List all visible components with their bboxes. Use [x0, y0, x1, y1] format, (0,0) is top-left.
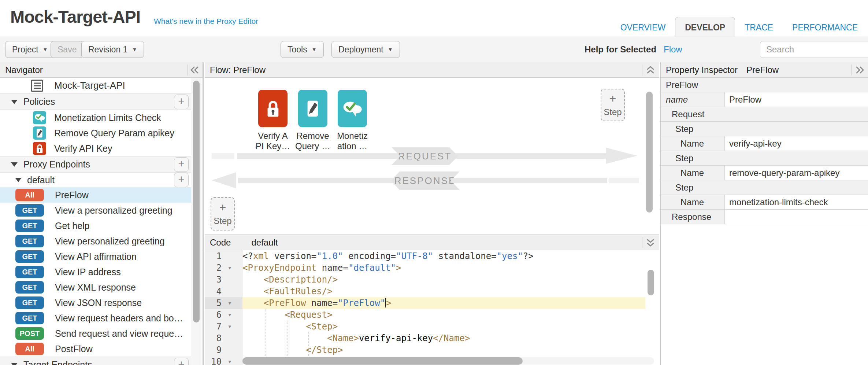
navigator-panel: Navigator Mock-Target-APIPolicies+ Monet… [0, 62, 204, 365]
flow-scrollbar-thumb[interactable] [646, 92, 653, 213]
flow-item[interactable]: AllPostFlow [0, 341, 192, 357]
triangle-down-icon[interactable] [11, 162, 18, 167]
lock-icon [33, 142, 46, 155]
fold-toggle-icon[interactable]: ▾ [228, 356, 231, 365]
gutter-cell[interactable]: 3 [205, 274, 242, 285]
gutter-cell[interactable]: 10▾ [205, 356, 242, 365]
flow-policy-pencil-icon[interactable] [298, 90, 327, 127]
section-header-target-endpoints[interactable]: Target Endpoints+ [0, 357, 192, 365]
policy-item[interactable]: Monetization Limits Check [0, 110, 192, 125]
code-line[interactable]: </Step> [242, 344, 645, 356]
flow-item[interactable]: GETGet help [0, 218, 192, 233]
add-button[interactable]: + [174, 157, 189, 172]
method-badge: All [15, 189, 44, 201]
code-line[interactable]: <FaultRules/> [242, 285, 645, 297]
gutter-cell[interactable]: 5▾ [205, 297, 242, 309]
gutter-cell[interactable]: 4 [205, 285, 242, 297]
fold-toggle-icon[interactable]: ▾ [228, 321, 231, 332]
save-button[interactable]: Save [51, 41, 84, 58]
inspector-section-label: Request [661, 109, 704, 119]
search-input[interactable] [760, 41, 868, 58]
policy-item[interactable]: Remove Query Param apikey [0, 125, 192, 141]
revision-menu-button[interactable]: Revision 1 ▼ [81, 41, 144, 58]
flow-item[interactable]: GETView XML response [0, 280, 192, 295]
inspector-field-row: Nameremove-query-param-apikey [661, 166, 868, 180]
inspector-field-value[interactable] [725, 210, 868, 224]
code-editor[interactable]: 12▾345▾6▾7▾8910▾ <?xml version="1.0" enc… [205, 250, 659, 365]
add-button[interactable]: + [174, 95, 189, 109]
flow-item[interactable]: GETView request headers and bo… [0, 310, 192, 326]
section-header-proxy-endpoints[interactable]: Proxy Endpoints+ [0, 156, 192, 173]
code-line[interactable]: <Description/> [242, 274, 645, 285]
property-inspector-panel: Property Inspector PreFlow PreFlownamePr… [660, 62, 868, 365]
add-button[interactable]: + [174, 358, 189, 365]
code-line[interactable]: <?xml version="1.0" encoding="UTF-8" sta… [242, 250, 645, 262]
method-badge: GET [15, 235, 44, 247]
tools-menu-button[interactable]: Tools ▼ [281, 41, 324, 58]
code-hscrollbar-thumb[interactable] [242, 357, 523, 365]
flow-policy-cloud-check-icon[interactable] [338, 90, 367, 127]
navigator-root-item[interactable]: Mock-Target-API [0, 78, 192, 93]
inspector-field-value[interactable]: PreFlow [725, 92, 868, 107]
flow-item[interactable]: GETView personalized greeting [0, 233, 192, 249]
code-line[interactable]: <ProxyEndpoint name="default"> [242, 262, 645, 274]
add-step-button-request[interactable]: + Step [601, 89, 625, 121]
flow-item[interactable]: GETView a personalized greeting [0, 203, 192, 218]
add-button[interactable]: + [174, 173, 189, 187]
code-line[interactable]: <PreFlow name="PreFlow"> [242, 297, 645, 309]
fold-toggle-icon[interactable]: ▾ [228, 262, 231, 274]
inspector-field-value[interactable]: verify-api-key [725, 136, 868, 151]
gutter-cell[interactable]: 9 [205, 344, 242, 356]
collapse-up-icon[interactable] [645, 64, 656, 76]
add-step-button-response[interactable]: + Step [211, 197, 235, 231]
fold-toggle-icon[interactable]: ▾ [228, 309, 231, 321]
code-line[interactable]: <Step> [242, 321, 645, 332]
flow-item[interactable]: GETView API affirmation [0, 249, 192, 264]
code-panel: Code default 12▾345▾6▾7▾8910▾ <?xml vers… [205, 235, 659, 365]
gutter-cell[interactable]: 6▾ [205, 309, 242, 321]
inspector-field-value[interactable]: remove-query-param-apikey [725, 166, 868, 180]
inspector-field-value[interactable]: monetization-limits-check [725, 195, 868, 209]
tab-performance[interactable]: PERFORMANCE [783, 17, 867, 37]
tab-trace[interactable]: TRACE [735, 17, 783, 37]
fold-toggle-icon[interactable]: ▾ [228, 297, 231, 309]
policy-item[interactable]: Verify API Key [0, 141, 192, 156]
inspector-field-label: Response [661, 210, 725, 224]
divider [188, 64, 188, 75]
divider [642, 237, 642, 248]
code-scrollbar-thumb[interactable] [648, 270, 654, 295]
gutter-cell[interactable]: 7▾ [205, 321, 242, 332]
deployment-menu-button[interactable]: Deployment ▼ [331, 41, 400, 58]
flow-item[interactable]: GETView IP address [0, 264, 192, 280]
flow-policy-lock-icon[interactable] [258, 90, 288, 127]
inspector-section-label: Step [661, 124, 693, 134]
whats-new-link[interactable]: What's new in the Proxy Editor [154, 17, 258, 26]
gutter-cell[interactable]: 8 [205, 332, 242, 344]
collapse-left-icon[interactable] [189, 64, 200, 76]
tab-develop[interactable]: DEVELOP [675, 17, 735, 37]
flow-item[interactable]: GETView JSON response [0, 295, 192, 310]
inspector-section-label: Step [661, 153, 693, 163]
tab-overview[interactable]: OVERVIEW [611, 17, 675, 37]
gutter-cell[interactable]: 2▾ [205, 262, 242, 274]
tools-label: Tools [288, 45, 307, 55]
navigator-scrollbar-thumb[interactable] [193, 81, 200, 322]
flow-item[interactable]: POSTSend request and view reque… [0, 326, 192, 341]
gutter-cell[interactable]: 1 [205, 250, 242, 262]
expand-down-icon[interactable] [645, 237, 656, 248]
flow-item-label: View API affirmation [55, 251, 137, 262]
triangle-down-icon[interactable] [11, 100, 18, 104]
project-menu-button[interactable]: Project ▼ [5, 41, 55, 58]
code-line[interactable]: <Request> [242, 309, 645, 321]
code-line[interactable]: <Name>verify-api-key</Name> [242, 332, 645, 344]
doc-list-icon [31, 80, 43, 92]
help-flow-link[interactable]: Flow [664, 44, 682, 55]
collapse-right-icon[interactable] [854, 64, 866, 76]
flow-item-label: Send request and view reque… [55, 328, 183, 339]
triangle-down-icon[interactable] [15, 178, 21, 182]
triangle-down-icon[interactable] [11, 363, 18, 365]
flow-item[interactable]: AllPreFlow [0, 187, 192, 203]
group-header-default[interactable]: default+ [0, 173, 192, 187]
section-header-policies[interactable]: Policies+ [0, 93, 192, 110]
section-label: Proxy Endpoints [23, 159, 90, 170]
